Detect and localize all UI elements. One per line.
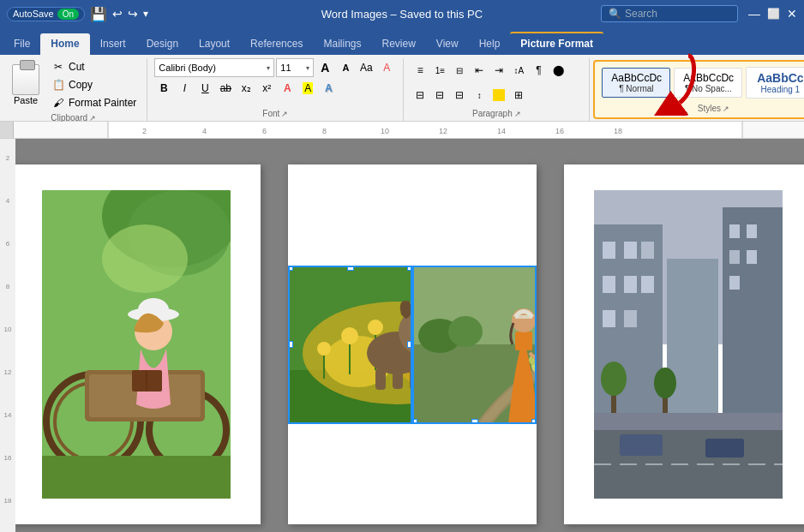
increase-indent-button[interactable]: ⇥ [489, 61, 508, 80]
paragraph-group: ≡ 1≡ ⊟ ⇤ ⇥ ↕A ¶ ⬤ ⊟ ⊟ ⊟ ↕ ⊞ Paragraph ↗ [404, 58, 590, 121]
shading-button[interactable] [489, 86, 508, 105]
bullets-button[interactable]: ≡ [411, 61, 429, 80]
customize-icon[interactable]: ▾ [143, 8, 148, 20]
font-name-caret: ▾ [267, 64, 270, 72]
svg-text:16: 16 [555, 127, 564, 135]
tab-design[interactable]: Design [136, 33, 189, 55]
restore-icon[interactable]: ⬜ [767, 8, 780, 20]
bullets-icon: ≡ [417, 64, 423, 76]
subscript-button[interactable]: x₂ [237, 79, 255, 98]
page-3-image[interactable] [594, 190, 783, 499]
superscript-icon: x² [262, 82, 271, 94]
clear-format-button[interactable]: A [377, 58, 396, 77]
search-box[interactable]: 🔍 Search [601, 5, 738, 22]
highlight-button[interactable]: A [298, 79, 317, 98]
font-group: Calibri (Body) ▾ 11 ▾ A A Aa A B I U [147, 58, 404, 121]
svg-point-45 [317, 342, 331, 356]
tab-home[interactable]: Home [40, 33, 89, 55]
change-case-button[interactable]: Aa [357, 58, 375, 77]
svg-rect-39 [42, 456, 231, 499]
font-size-value: 11 [280, 63, 291, 73]
show-paragraph-button[interactable]: ¶ [529, 61, 548, 80]
numbering-button[interactable]: 1≡ [430, 61, 449, 80]
font-shrink-icon: A [342, 63, 349, 73]
justify-button[interactable]: ⊟ [450, 86, 469, 105]
align-center-button[interactable]: ⊟ [411, 86, 429, 105]
italic-button[interactable]: I [175, 79, 194, 98]
svg-text:18: 18 [614, 127, 622, 135]
page-2-image-bottom[interactable] [412, 266, 537, 424]
font-row-2: B I U ab x₂ x² A A A [154, 79, 396, 98]
undo-icon[interactable]: ↩ [112, 7, 123, 21]
font-size-selector[interactable]: 11 ▾ [276, 58, 314, 77]
style-normal-label: ¶ Normal [611, 84, 661, 93]
autosave-toggle[interactable]: AutoSave On [7, 7, 85, 21]
redo-icon[interactable]: ↪ [128, 7, 138, 21]
font-expand-icon[interactable]: ↗ [281, 110, 288, 118]
cut-button[interactable]: ✂ Cut [48, 58, 140, 75]
page-3 [564, 164, 804, 524]
multilevel-button[interactable]: ⊟ [450, 61, 469, 80]
document-title: Word Images – Saved to this PC [321, 8, 483, 21]
tab-mailings[interactable]: Mailings [313, 33, 371, 55]
styles-expand-icon[interactable]: ↗ [723, 105, 729, 113]
format-painter-button[interactable]: 🖌 Format Painter [48, 94, 140, 111]
paragraph-expand-icon[interactable]: ↗ [514, 110, 521, 118]
tab-review[interactable]: Review [371, 33, 425, 55]
handle-br[interactable] [531, 419, 537, 424]
font-name-value: Calibri (Body) [159, 63, 216, 73]
handle-tl[interactable] [288, 266, 293, 271]
save-icon[interactable]: 💾 [90, 6, 107, 22]
svg-text:6: 6 [262, 127, 267, 135]
handle-ml[interactable] [288, 341, 293, 348]
handle-bm[interactable] [471, 419, 478, 424]
font-name-selector[interactable]: Calibri (Body) ▾ [154, 58, 274, 77]
styles-content: AaBbCcDc ¶ Normal AaBbCcDc ¶ No Spac... … [598, 63, 804, 102]
font-color-button[interactable]: A [278, 79, 297, 98]
tab-help[interactable]: Help [469, 33, 511, 55]
svg-rect-61 [375, 368, 386, 390]
line-spacing-button[interactable]: ↕ [470, 86, 489, 105]
copy-button[interactable]: 📋 Copy [48, 76, 140, 93]
align-left-button[interactable]: ⬤ [549, 61, 567, 80]
tab-file[interactable]: File [3, 33, 40, 55]
style-no-space-preview: AaBbCcDc [683, 72, 733, 84]
tab-layout[interactable]: Layout [189, 33, 240, 55]
borders-button[interactable]: ⊞ [509, 86, 528, 105]
font-grow-button[interactable]: A [315, 58, 334, 77]
paste-button[interactable]: Paste [7, 63, 45, 107]
tab-picture-format[interactable]: Picture Format [510, 32, 603, 55]
strikethrough-button[interactable]: ab [216, 79, 235, 98]
ruler: 2 4 6 8 10 12 14 16 18 [0, 122, 804, 139]
clipboard-expand-icon[interactable]: ↗ [89, 114, 96, 123]
svg-text:18: 18 [4, 497, 12, 505]
decrease-indent-button[interactable]: ⇤ [470, 61, 489, 80]
tab-view[interactable]: View [426, 33, 469, 55]
page-2-image-top[interactable]: ⊡ [288, 266, 412, 424]
style-heading1-button[interactable]: AaBbCc Heading 1 [746, 67, 804, 99]
tab-references[interactable]: References [240, 33, 313, 55]
svg-text:8: 8 [6, 283, 10, 290]
svg-rect-89 [729, 224, 740, 238]
handle-tm[interactable] [347, 266, 354, 271]
page-2[interactable]: ⊡ [288, 164, 537, 524]
style-normal-button[interactable]: AaBbCcDc ¶ Normal [602, 68, 670, 98]
minimize-icon[interactable]: — [748, 7, 760, 21]
underline-button[interactable]: U [195, 79, 214, 98]
tab-insert[interactable]: Insert [90, 33, 136, 55]
bold-button[interactable]: B [154, 79, 173, 98]
title-bar-left: AutoSave On 💾 ↩ ↪ ▾ [7, 6, 148, 22]
paste-icon [12, 64, 39, 95]
align-right-button[interactable]: ⊟ [430, 86, 449, 105]
style-no-space-button[interactable]: AaBbCcDc ¶ No Spac... [674, 68, 742, 98]
superscript-button[interactable]: x² [257, 79, 276, 98]
font-shrink-button[interactable]: A [336, 58, 355, 77]
handle-bl[interactable] [412, 419, 417, 424]
page-1-image[interactable] [42, 190, 231, 499]
justify-icon: ⊟ [455, 89, 464, 101]
close-icon[interactable]: ✕ [787, 7, 797, 21]
sort-button[interactable]: ↕A [509, 61, 528, 80]
svg-rect-86 [641, 276, 654, 293]
svg-rect-72 [515, 315, 532, 319]
text-effects-button[interactable]: A [319, 79, 338, 98]
